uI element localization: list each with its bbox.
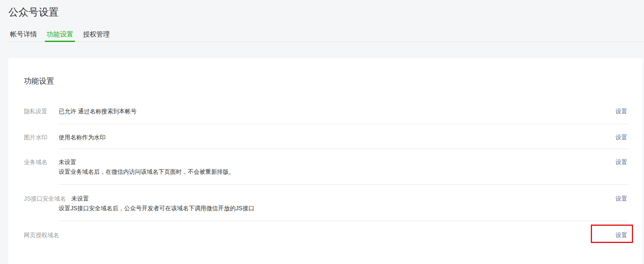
row-label: 业务域名 <box>24 158 53 166</box>
row-desc: 设置业务域名后，在微信内访问该域名下页面时，不会被重新排版。 <box>59 167 627 176</box>
tab-label: 授权管理 <box>83 31 110 38</box>
tab-label: 功能设置 <box>47 31 73 38</box>
settings-row-隐私设置: 隐私设置 已允许 通过名称搜索到本帐号 设置 <box>8 96 642 124</box>
row-value: 使用名称作为水印 <box>59 133 627 141</box>
settings-row-图片水印: 图片水印 使用名称作为水印 设置 <box>8 124 642 149</box>
settings-rows: 隐私设置 已允许 通过名称搜索到本帐号 设置 图片水印 使用名称作为水印 设置 <box>8 96 642 248</box>
row-label: 图片水印 <box>24 133 53 141</box>
settings-row-业务域名: 业务域名 未设置 设置业务域名后，在微信内访问该域名下页面时，不会被重新排版。 … <box>8 149 642 184</box>
settings-row-网页授权域名: 网页授权域名 设置 <box>8 221 642 248</box>
row-content: 已允许 通过名称搜索到本帐号 <box>59 107 627 115</box>
row-label: 隐私设置 <box>24 107 53 115</box>
row-content: 未设置 设置JS接口安全域名后，公众号开发者可在该域名下调用微信开放的JS接口 <box>59 194 627 212</box>
page: 公众号设置 帐号详情 功能设置 授权管理 功能设置 隐私设置 已允许 通过名称搜… <box>0 0 644 264</box>
row-content: 未设置 设置业务域名后，在微信内访问该域名下页面时，不会被重新排版。 <box>59 158 627 176</box>
settings-link[interactable]: 设置 <box>616 158 627 166</box>
row-content <box>59 231 627 239</box>
tab-帐号详情[interactable]: 帐号详情 <box>8 30 39 42</box>
row-desc: 设置JS接口安全域名后，公众号开发者可在该域名下调用微信开放的JS接口 <box>59 204 627 212</box>
settings-link[interactable]: 设置 <box>616 194 627 203</box>
row-value: 未设置 <box>59 194 627 203</box>
panel-heading: 功能设置 <box>8 58 642 86</box>
settings-link[interactable]: 设置 <box>616 231 627 239</box>
settings-link[interactable]: 设置 <box>616 133 627 141</box>
row-value <box>59 231 627 239</box>
settings-row-JS接口安全域名: JS接口安全域名 未设置 设置JS接口安全域名后，公众号开发者可在该域名下调用微… <box>8 184 642 221</box>
tab-授权管理[interactable]: 授权管理 <box>81 30 111 42</box>
tab-功能设置[interactable]: 功能设置 <box>45 30 75 42</box>
tab-label: 帐号详情 <box>10 31 37 38</box>
tabs-bar: 帐号详情 功能设置 授权管理 <box>8 30 644 42</box>
row-value: 未设置 <box>59 158 627 166</box>
settings-link[interactable]: 设置 <box>616 107 627 115</box>
settings-panel: 功能设置 隐私设置 已允许 通过名称搜索到本帐号 设置 图片水印 使用名称作为水… <box>8 58 642 264</box>
row-label: 网页授权域名 <box>24 231 65 239</box>
row-value: 已允许 通过名称搜索到本帐号 <box>59 107 627 115</box>
row-content: 使用名称作为水印 <box>59 133 627 141</box>
page-title: 公众号设置 <box>8 5 644 19</box>
row-label: JS接口安全域名 <box>24 194 71 203</box>
